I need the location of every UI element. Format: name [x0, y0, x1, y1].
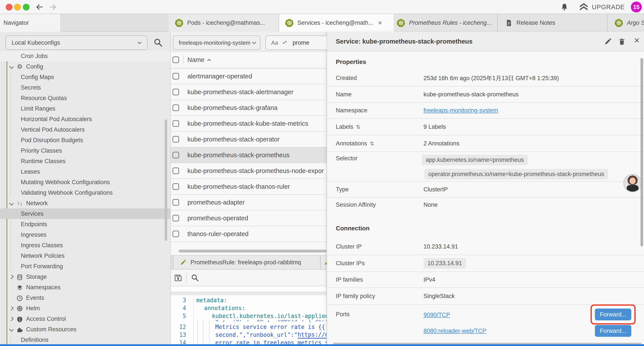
- table-row[interactable]: thanos-ruler-operated: [171, 226, 326, 242]
- row-checkbox[interactable]: [172, 136, 179, 143]
- table-row[interactable]: kube-prometheus-stack-prometheus-node-ex…: [171, 163, 326, 179]
- expand-collapse-icon[interactable]: ⇅: [356, 124, 360, 130]
- sidebar-item-storage[interactable]: Storage: [0, 272, 170, 282]
- table-row[interactable]: kube-prometheus-stack-kube-state-metrics: [171, 116, 326, 132]
- yaml-editor[interactable]: 3 metadata: 4 annotations: 5 kubectl.kub…: [171, 286, 326, 346]
- row-checkbox[interactable]: [172, 168, 179, 174]
- table-row[interactable]: kube-prometheus-stack-operator: [171, 132, 326, 147]
- property-row-annotations: Annotations⇅ 2 Annotations: [327, 135, 644, 152]
- editor-tab-prometheusrule[interactable]: PrometheusRule: freeleaps-prod-rabbitmq: [173, 256, 320, 269]
- table-row-selected[interactable]: kube-prometheus-stack-prometheus: [171, 147, 326, 163]
- sort-ascending-icon[interactable]: [207, 59, 211, 63]
- sidebar-item-port-forwarding[interactable]: Port Forwarding: [0, 261, 170, 272]
- sidebar-item-vertical-pod-autoscalers[interactable]: Vertical Pod Autoscalers: [0, 124, 170, 135]
- table-row[interactable]: kube-prometheus-stack-grafana: [171, 100, 326, 116]
- name-column-header[interactable]: Name: [188, 56, 204, 63]
- sidebar-item-custom-resources[interactable]: Custom Resources: [0, 324, 170, 335]
- tab-label: Release Notes: [516, 19, 555, 26]
- avatar-body: [627, 185, 638, 192]
- namespace-link[interactable]: freeleaps-monitoring-system: [424, 107, 498, 114]
- table-row[interactable]: alertmanager-operated: [171, 68, 326, 84]
- sidebar-item-events[interactable]: Events: [0, 293, 170, 303]
- sidebar-item-access-control[interactable]: Access Control: [0, 314, 170, 324]
- sidebar-item-horizontal-pod-autoscalers[interactable]: Horizontal Pod Autoscalers: [0, 114, 170, 124]
- table-row[interactable]: prometheus-operated: [171, 210, 326, 226]
- traffic-light-minimize[interactable]: [14, 4, 21, 10]
- regex-toggle-icon[interactable]: ▪*: [283, 40, 287, 46]
- sidebar-item-pod-disruption-budgets[interactable]: Pod Disruption Budgets: [0, 135, 170, 145]
- row-checkbox[interactable]: [172, 215, 179, 221]
- sidebar-item-config[interactable]: ⚙ Config: [0, 61, 170, 72]
- tab-pods[interactable]: Pods - icecheng@mathmas...: [169, 14, 279, 32]
- tab-release-notes[interactable]: Release Notes: [498, 14, 608, 32]
- edit-pencil-icon[interactable]: [604, 38, 612, 45]
- sidebar-item-leases[interactable]: Leases: [0, 166, 170, 177]
- close-tab-icon[interactable]: ×: [378, 19, 382, 27]
- horizontal-scrollbar[interactable]: [179, 250, 326, 253]
- sidebar-item-ingress-classes[interactable]: Ingress Classes: [0, 240, 170, 251]
- sidebar-item-namespaces[interactable]: Namespaces: [0, 282, 170, 293]
- code-line: 13 second.","runbook_url":"https://net: [171, 331, 326, 339]
- expand-collapse-icon[interactable]: ⇅: [370, 141, 374, 146]
- detail-header: Service: kube-prometheus-stack-prometheu…: [327, 32, 644, 51]
- sidebar-item-endpoints[interactable]: Endpoints: [0, 219, 170, 230]
- row-checkbox[interactable]: [172, 231, 179, 237]
- sidebar-item-runtime-classes[interactable]: Runtime Classes: [0, 156, 170, 166]
- tab-services[interactable]: Services - icecheng@math... ×: [279, 14, 394, 32]
- save-icon[interactable]: [174, 274, 182, 282]
- select-all-checkbox[interactable]: [172, 56, 179, 63]
- row-checkbox[interactable]: [172, 89, 179, 95]
- search-icon[interactable]: [191, 274, 199, 282]
- detail-vertical-scrollbar[interactable]: [640, 58, 643, 246]
- avatar[interactable]: [624, 174, 642, 192]
- upgrade-button[interactable]: UPGRADE: [579, 2, 625, 11]
- sidebar-item-secrets[interactable]: Secrets: [0, 82, 170, 93]
- traffic-light-close[interactable]: [6, 4, 12, 10]
- sidebar-item-priority-classes[interactable]: Priority Classes: [0, 145, 170, 156]
- sidebar-item-mutating-webhook-configurations[interactable]: Mutating Webhook Configurations: [0, 177, 170, 187]
- editor-tab-next[interactable]: [321, 256, 326, 269]
- forward-button[interactable]: [49, 3, 56, 11]
- traffic-light-zoom[interactable]: [23, 4, 30, 10]
- sidebar-item-config-maps[interactable]: Config Maps: [0, 72, 170, 82]
- sidebar-scrollbar[interactable]: [164, 119, 167, 241]
- search-icon[interactable]: [154, 38, 163, 47]
- sidebar-item-ingresses[interactable]: Ingresses: [0, 230, 170, 240]
- sidebar-item-limit-ranges[interactable]: Limit Ranges: [0, 103, 170, 114]
- delete-trash-icon[interactable]: [618, 38, 626, 45]
- table-row[interactable]: prometheus-adapter: [171, 195, 326, 210]
- namespace-select[interactable]: freeleaps-monitoring-system: [173, 35, 260, 50]
- port-link[interactable]: 8080:reloader-web/TCP: [424, 328, 486, 335]
- sidebar-item-cron-jobs[interactable]: Cron Jobs: [0, 51, 170, 61]
- kubeconfig-select[interactable]: Local Kubeconfigs: [6, 35, 148, 50]
- port-link[interactable]: 9090/TCP: [424, 312, 450, 319]
- sidebar-item-network-policies[interactable]: Network Policies: [0, 251, 170, 261]
- sidebar-item-helm[interactable]: Helm: [0, 303, 170, 314]
- tab-prometheus-rules[interactable]: Prometheus Rules - icecheng...: [394, 14, 498, 32]
- match-case-toggle[interactable]: Aa: [271, 39, 278, 46]
- row-checkbox[interactable]: [172, 120, 179, 127]
- sidebar-item-definitions[interactable]: Definitions: [0, 335, 170, 345]
- sidebar-item-validating-webhook-configurations[interactable]: Validating Webhook Configurations: [0, 187, 170, 198]
- code-link[interactable]: https://net: [298, 331, 326, 339]
- row-checkbox[interactable]: [172, 199, 179, 206]
- row-checkbox[interactable]: [172, 152, 179, 158]
- row-checkbox[interactable]: [172, 73, 179, 79]
- upgrade-label: UPGRADE: [592, 3, 625, 11]
- row-checkbox[interactable]: [172, 104, 179, 111]
- table-row[interactable]: kube-prometheus-stack-alertmanager: [171, 84, 326, 100]
- row-checkbox[interactable]: [172, 183, 179, 190]
- notifications-bell-icon[interactable]: [560, 3, 568, 11]
- sidebar-item-services[interactable]: Services: [0, 209, 170, 219]
- sidebar-item-network[interactable]: ↑↓ Network: [0, 198, 170, 209]
- table-row[interactable]: kube-prometheus-stack-thanos-ruler: [171, 179, 326, 195]
- forward-port-button[interactable]: Forward...: [595, 325, 631, 337]
- back-button[interactable]: [36, 3, 43, 11]
- search-input[interactable]: Aa ▪* prome: [266, 35, 326, 50]
- sidebar-item-resource-quotas[interactable]: Resource Quotas: [0, 93, 170, 103]
- navigator-panel-tab[interactable]: Navigator: [0, 14, 61, 32]
- notification-count-badge[interactable]: 15: [631, 1, 642, 12]
- close-icon[interactable]: ×: [634, 35, 640, 46]
- forward-port-button[interactable]: Forward...: [595, 309, 631, 320]
- tab-argo[interactable]: Argo Se: [608, 14, 644, 32]
